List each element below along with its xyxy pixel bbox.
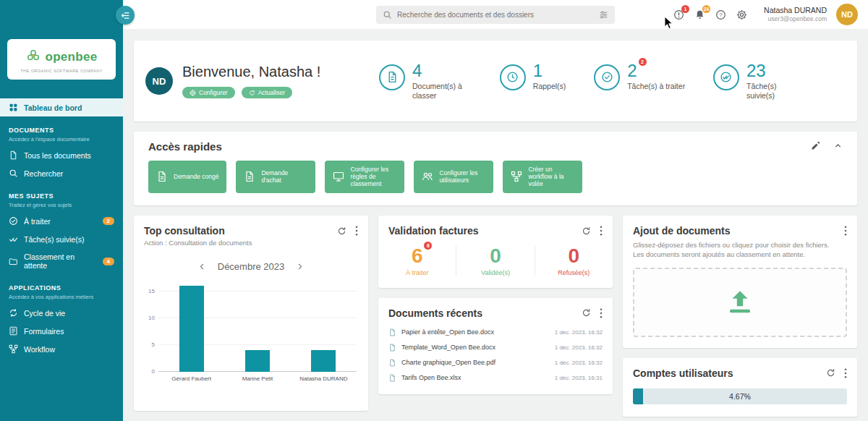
refresh-icon[interactable] (337, 226, 346, 236)
sidebar-collapse-button[interactable] (116, 6, 135, 25)
search-input[interactable] (397, 11, 594, 19)
sidebar-item-cycle-de-vie[interactable]: Cycle de vie (0, 304, 123, 322)
double-check-icon (9, 234, 18, 244)
sidebar-item-taches-suivies[interactable]: Tâche(s) suivie(s) (0, 230, 123, 248)
sidebar-item-tous-les-documents[interactable]: Tous les documents (0, 146, 123, 164)
sidebar-item-dashboard[interactable]: Tableau de bord (0, 98, 123, 116)
kebab-menu-icon[interactable] (600, 308, 603, 318)
stat-taches-suivies[interactable]: 23 Tâche(s) suivie(s) (713, 61, 806, 101)
section-title: MES SUJETS (9, 192, 114, 200)
stat-value: 23 (746, 61, 766, 80)
user-email: user3@openbee.com (764, 15, 827, 23)
kebab-menu-icon[interactable] (844, 226, 847, 236)
kebab-menu-icon[interactable] (844, 368, 847, 378)
document-list-item[interactable]: Charte graphique_Open Bee.pdf 1 déc. 202… (388, 355, 603, 370)
month-label: Décembre 2023 (218, 261, 285, 272)
card-title: Top consultation (144, 225, 328, 237)
help-button[interactable]: ? (715, 9, 726, 20)
notification-count-badge: 24 (702, 5, 710, 13)
card-title: Validation factures (388, 225, 573, 237)
quick-access-configurer-regles[interactable]: Configurer les règles de classement (325, 161, 404, 193)
stat-label: Document(s) à classer (412, 82, 472, 101)
chart-y-axis: 051015 (145, 281, 158, 372)
card-subtitle: Action : Consultation de documents (134, 237, 368, 247)
logo-tagline: THE ORGANIC SOFTWARE COMPANY (12, 69, 111, 73)
stat-label: À traiter (378, 269, 456, 276)
kebab-menu-icon[interactable] (355, 226, 358, 236)
stat-rappels[interactable]: 1 Rappel(s) (500, 61, 566, 101)
sidebar-item-label: Classement en attente (24, 252, 97, 270)
document-list-item[interactable]: Papier à entête_Open Bee.docx 1 déc. 202… (388, 325, 603, 340)
sidebar-item-rechercher[interactable]: Rechercher (0, 164, 123, 182)
stat-documents-a-classer[interactable]: 4 Document(s) à classer (379, 61, 472, 101)
refresh-icon[interactable] (826, 368, 835, 378)
quick-access-configurer-utilisateurs[interactable]: Configurer les utilisateurs (414, 161, 493, 193)
settings-button[interactable] (736, 9, 747, 20)
document-icon (244, 171, 255, 182)
quick-access-card: Accès rapides Demande congé Demande d'ac… (134, 132, 857, 205)
stat-value: 4 (412, 61, 422, 80)
user-accounts-card: Comptes utilisateurs 4.67% (623, 358, 857, 417)
alerts-button[interactable]: 1 (673, 9, 684, 20)
sidebar-item-workflow[interactable]: Workflow (0, 340, 123, 358)
chart-x-label: Gérard Faubert (158, 375, 224, 382)
prev-month-icon[interactable] (198, 263, 206, 271)
stat-value: 0 (569, 245, 580, 268)
refresh-icon[interactable] (582, 226, 591, 236)
chevron-up-icon[interactable] (833, 141, 843, 150)
refresh-button[interactable]: Actualiser (242, 87, 292, 98)
edit-pencil-icon[interactable] (811, 141, 820, 150)
grid-icon (9, 103, 18, 112)
search-bar[interactable] (376, 6, 615, 24)
stat-value: 1 (533, 61, 542, 80)
question-circle-icon: ? (715, 9, 726, 20)
refresh-icon (249, 90, 255, 96)
invoices-to-process[interactable]: 66 À traiter (378, 245, 456, 276)
stat-badge: 6 (424, 242, 432, 250)
notifications-button[interactable]: 24 (694, 9, 705, 20)
openbee-logo-icon (25, 48, 41, 67)
stat-label: Validée(s) (456, 269, 534, 276)
invoices-validated[interactable]: 0 Validée(s) (456, 245, 534, 276)
cycle-icon (9, 308, 18, 318)
filter-tune-icon[interactable] (599, 10, 608, 20)
quick-access-demande-achat[interactable]: Demande d'achat (236, 161, 315, 193)
main-content: ND Bienvenue, Natasha ! Configurer Actua… (123, 29, 868, 421)
logo-card[interactable]: openbee THE ORGANIC SOFTWARE COMPANY (7, 39, 116, 80)
upload-icon (725, 287, 755, 318)
section-subtitle: Accédez à vos applications métiers (9, 294, 114, 300)
stat-value: 66 (412, 245, 423, 268)
quick-access-creer-workflow[interactable]: Créer un workflow à la volée (503, 161, 582, 193)
file-icon (388, 328, 396, 336)
refresh-icon[interactable] (582, 308, 591, 318)
stat-taches-a-traiter[interactable]: 22 Tâche(s) à traiter (594, 61, 685, 101)
count-badge: 2 (103, 217, 114, 225)
sidebar-item-classement-en-attente[interactable]: Classement en attente 4 (0, 248, 123, 274)
kebab-menu-icon[interactable] (600, 226, 603, 236)
document-icon (9, 150, 18, 160)
sidebar-item-label: Rechercher (24, 169, 63, 178)
document-name: Papier à entête_Open Bee.docx (401, 328, 550, 336)
sidebar-item-a-traiter[interactable]: À traiter 2 (0, 212, 123, 230)
welcome-avatar: ND (145, 67, 173, 95)
sidebar-item-formulaires[interactable]: Formulaires (0, 322, 123, 340)
add-documents-card: Ajout de documents Glissez-déposez des f… (623, 216, 857, 348)
card-title: Ajout de documents (633, 225, 835, 237)
card-title: Documents récents (388, 307, 573, 319)
next-month-icon[interactable] (296, 263, 304, 271)
file-dropzone[interactable] (633, 268, 847, 337)
chart-x-label: Marine Petit (224, 375, 290, 382)
document-date: 1 déc. 2023, 16:31 (555, 375, 603, 381)
stat-label: Rappel(s) (533, 82, 566, 91)
configure-button[interactable]: Configurer (182, 87, 235, 98)
quick-access-demande-conge[interactable]: Demande congé (148, 161, 226, 193)
document-list-item[interactable]: Tarifs Open Bee.xlsx 1 déc. 2023, 16:31 (388, 370, 603, 386)
recent-documents-card: Documents récents Papier à entête_Open B… (378, 298, 613, 394)
consultation-chart: 051015 Gérard FaubertMarine PetitNatasha… (134, 272, 368, 382)
user-avatar[interactable]: ND (836, 4, 858, 25)
user-menu[interactable]: Natasha DURAND user3@openbee.com (764, 6, 827, 23)
invoices-refused[interactable]: 0 Refusée(s) (535, 245, 613, 276)
document-list-item[interactable]: Template_Word_Open Bee.docx 1 déc. 2023,… (388, 340, 603, 355)
section-title: APPLICATIONS (9, 284, 114, 292)
topbar: 1 24 ? Natasha DURAND user3@openbee.com … (123, 0, 868, 29)
